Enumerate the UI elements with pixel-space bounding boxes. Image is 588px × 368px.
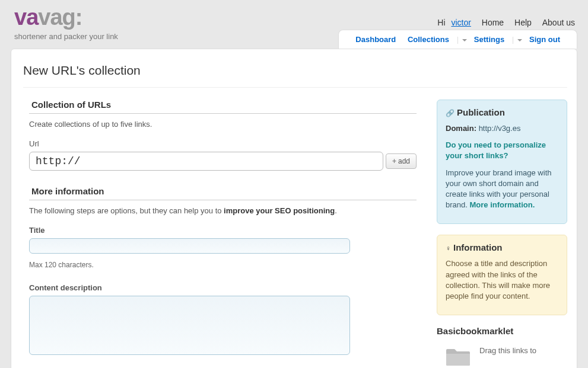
publication-heading: 🔗Publication: [446, 107, 558, 117]
logo-part2: vag: [38, 5, 75, 30]
nav-tabs: Dashboard Collections Settings Sign out: [338, 30, 577, 49]
chevron-down-icon[interactable]: [517, 39, 522, 41]
domain-value: http://v3g.es: [479, 124, 521, 133]
url-input[interactable]: [29, 152, 383, 171]
information-heading-text: Information: [453, 242, 503, 252]
information-heading: ♀Information: [446, 242, 558, 252]
brand-text: Improve your brand image with your own s…: [446, 168, 558, 211]
add-button[interactable]: +add: [386, 153, 417, 169]
nav-dashboard[interactable]: Dashboard: [355, 35, 396, 44]
nav-settings[interactable]: Settings: [474, 35, 504, 44]
home-link[interactable]: Home: [482, 18, 504, 27]
bookmarklet-text: Drag this links to: [479, 345, 536, 356]
link-icon: 🔗: [446, 109, 454, 117]
greeting: Hi: [437, 18, 445, 27]
more-info-link[interactable]: More information.: [469, 200, 535, 209]
plus-icon: +: [392, 157, 396, 165]
content-card: New URL's collection Collection of URLs …: [11, 49, 577, 368]
help-link[interactable]: Help: [514, 18, 532, 27]
folder-icon: [445, 345, 471, 368]
information-box: ♀Information Choose a title and descript…: [437, 235, 567, 315]
information-text: Choose a title and description agreed wi…: [446, 258, 558, 302]
main-form-column: Collection of URLs Create collections of…: [23, 100, 417, 368]
top-right-links: Hi victor Home Help About us: [437, 18, 575, 27]
publication-box: 🔗Publication Domain: http://v3g.es Do yo…: [437, 100, 567, 224]
title-label: Title: [29, 226, 417, 235]
personalize-link[interactable]: Do you need to personalize your short li…: [446, 140, 546, 160]
desc-label: Content description: [29, 283, 417, 292]
bulb-icon: ♀: [446, 244, 451, 252]
nav-signout[interactable]: Sign out: [529, 35, 560, 44]
title-hint: Max 120 characters.: [29, 261, 417, 269]
publication-domain: Domain: http://v3g.es: [446, 123, 558, 134]
nav-divider: [457, 37, 458, 44]
user-link[interactable]: victor: [451, 18, 471, 27]
nav-divider: [513, 37, 513, 44]
publication-heading-text: Publication: [457, 107, 505, 117]
about-link[interactable]: About us: [542, 18, 575, 27]
logo[interactable]: vavag: shortener and packer your link: [14, 6, 118, 41]
seo-text-pre: The following steps are options, but the…: [29, 206, 224, 215]
nav-collections[interactable]: Collections: [408, 35, 449, 44]
tagline: shortener and packer your link: [14, 32, 118, 41]
title-input[interactable]: [29, 238, 350, 254]
logo-part1: va: [14, 5, 38, 30]
section-collection-subtext: Create collections of up to five links.: [29, 120, 417, 129]
domain-label: Domain:: [446, 124, 476, 133]
chevron-down-icon[interactable]: [462, 39, 467, 41]
sidebar-column: 🔗Publication Domain: http://v3g.es Do yo…: [437, 100, 567, 368]
bookmarklet-row: Drag this links to: [437, 345, 567, 368]
logo-colon: :: [75, 5, 82, 30]
section-collection-heading: Collection of URLs: [29, 100, 417, 114]
desc-textarea[interactable]: [29, 296, 350, 355]
section-moreinfo-heading: More information: [29, 186, 417, 200]
seo-text: The following steps are options, but the…: [29, 206, 417, 215]
url-label: Url: [29, 139, 417, 148]
page-title: New URL's collection: [23, 63, 567, 88]
add-button-label: add: [398, 157, 410, 165]
bookmarklet-heading: Basicbookmarklet: [437, 326, 567, 336]
seo-text-bold: improve your SEO positioning: [224, 206, 335, 215]
